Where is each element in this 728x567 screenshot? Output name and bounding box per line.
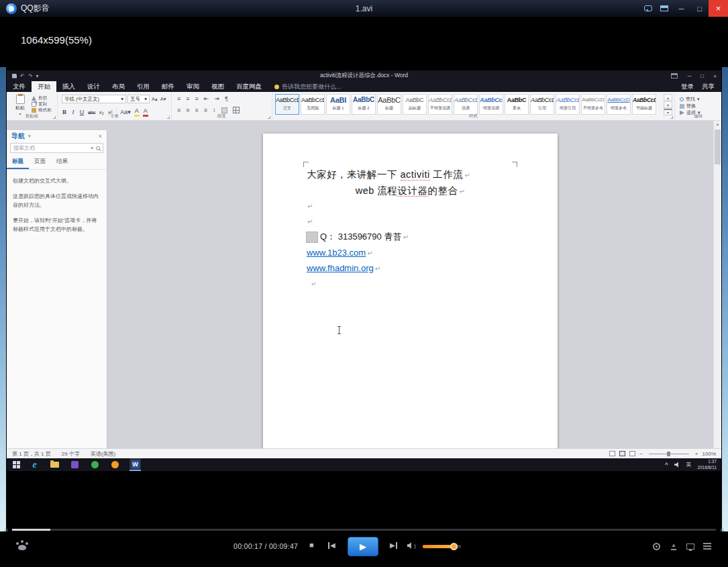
style-sample: AaBbCcD (633, 96, 656, 104)
word-count: 29 个字 (62, 450, 80, 458)
style-card: AaBbCcD引用 (530, 94, 554, 115)
shrink-font-icon: A▾ (160, 96, 166, 102)
word-window-buttons: ─ □ × (671, 73, 721, 79)
seek-slider[interactable] (12, 529, 716, 531)
pilcrow-mark: ↵ (311, 280, 317, 287)
style-card: AaBbC副标题 (403, 94, 427, 115)
clipboard-group-label: 剪贴板 (7, 113, 57, 119)
mute-button[interactable]: ) (407, 542, 416, 549)
word-maximize-glyph: □ (696, 73, 709, 79)
justify-icon: ≡ (204, 107, 207, 113)
style-sample: AaBbCcD (556, 96, 579, 104)
style-label: 不明显强调 (429, 105, 452, 111)
style-card: AaBbCcD强调 (454, 94, 478, 115)
nav-help-text: 创建文档的交互式大纲。 (13, 177, 101, 185)
previous-button[interactable]: ◀ (328, 542, 335, 549)
eject-icon: ▲ (671, 543, 676, 550)
playback-time-display: 00:00:17 / 00:09:47 (233, 542, 298, 550)
pilcrow-mark: ↵ (307, 218, 313, 225)
ribbon-display-options-icon (671, 73, 678, 79)
tab-home: 开始 (32, 81, 56, 92)
font-name-value: 等线 (中文正文) (64, 96, 99, 103)
scrollbar-up-icon: ▲ (714, 121, 721, 128)
cut-label: 剪切 (38, 95, 47, 101)
doc-line1-spellcheck-word: activiti (401, 169, 430, 181)
nav-tab-headings: 标题 (7, 156, 29, 169)
document-search-box: ▾ (10, 143, 103, 153)
play-button[interactable]: ▶ (348, 537, 378, 556)
style-card: AaBbCcD不明显强调 (428, 94, 452, 115)
volume-knob[interactable] (450, 543, 458, 550)
video-surface[interactable]: activiti流程设计器综合.docx - Word ↶ ↷ ▾ ─ □ × … (7, 70, 721, 471)
speaker-wave-icon: ) (414, 543, 416, 549)
taskbar-system-tray: ^ 英 1:37 2016/8/11 (665, 459, 717, 470)
seek-forward-button[interactable]: » (716, 527, 728, 533)
style-label: 书籍标题 (633, 105, 656, 111)
settings-tools-button[interactable] (650, 540, 662, 552)
gear-icon (653, 543, 660, 550)
copy-icon (32, 102, 36, 107)
qq-player-paw-icon[interactable] (16, 540, 28, 552)
style-label: 不明显参考 (582, 105, 605, 111)
seek-bar-row: « » (0, 527, 728, 533)
tab-layout: 布局 (106, 81, 131, 92)
paragraph-row1: ≡ ≡ ≡ ⇤ ⇥ ¶ (177, 95, 228, 102)
hyperlink-text: www.1b23.com (307, 248, 366, 258)
clock-date: 2016/8/11 (698, 465, 717, 470)
word-status-bar: 第 1 页，共 1 页 29 个字 英语(美国) − + 100% (7, 448, 721, 458)
increase-indent-icon: ⇥ (214, 95, 219, 102)
style-label: 明显参考 (607, 105, 630, 111)
inline-image-placeholder (306, 231, 318, 243)
style-card: AaBbCcD无间隔 (301, 94, 325, 115)
document-scrollbar: ▲ (713, 121, 721, 448)
tab-file: 文件 (7, 81, 32, 92)
word-window-in-video: activiti流程设计器综合.docx - Word ↶ ↷ ▾ ─ □ × … (7, 70, 721, 458)
word-minimize-glyph: ─ (683, 73, 696, 79)
volume-slider[interactable] (423, 545, 461, 548)
style-card: AaBbC标题 (377, 94, 401, 115)
playlist-button[interactable] (701, 540, 713, 552)
clipboard-dialog-launcher-icon (53, 116, 56, 119)
find-label: 查找 (686, 96, 695, 103)
share-label: 共享 (702, 83, 715, 91)
clipboard-group: 粘贴 ▾ 剪切 复制 格式刷 剪贴板 (7, 92, 58, 120)
styles-dialog-launcher-icon (670, 116, 673, 119)
print-layout-icon (619, 451, 625, 456)
navigation-tabs: 标题 页面 结果 (7, 156, 107, 170)
skin-settings-icon[interactable] (656, 0, 672, 17)
desktop-wallpaper-left-edge (0, 67, 6, 531)
close-button[interactable]: × (709, 0, 728, 17)
doc-hyperlink-1: www.1b23.com↵ (307, 248, 373, 258)
margin-crop-mark (512, 162, 517, 167)
line-spacing-icon: ↕ (213, 107, 216, 113)
screen-mode-button[interactable] (684, 540, 696, 552)
editing-group: 查找▾ 替换 选择▾ 编辑 (675, 92, 721, 120)
doc-line2-text: web 流程 (356, 185, 398, 196)
pilcrow-mark: ↵ (459, 188, 465, 195)
open-file-button[interactable]: ▲ (668, 540, 680, 552)
ribbon-right-actions: 登录 共享 (681, 81, 715, 92)
seek-backward-button[interactable]: « (0, 527, 12, 533)
minimize-button[interactable]: ─ (672, 0, 690, 17)
align-center-icon: ≡ (186, 107, 189, 113)
stop-button[interactable]: ■ (309, 541, 314, 549)
paste-icon (16, 95, 25, 104)
next-button[interactable]: ▶ (390, 542, 397, 549)
font-size-tools: A▴ A▾ (152, 96, 166, 102)
feedback-bubble-icon[interactable] (640, 0, 656, 17)
nav-help-text: 这是跟踪您的具体位置或快速移动内容的好方法。 (13, 193, 101, 209)
input-language-indicator: 英 (686, 461, 692, 468)
style-card: AaBbCcD正文 (275, 94, 299, 115)
grow-font-icon: A▴ (152, 96, 158, 102)
style-sample: AaBbC (352, 96, 375, 104)
paragraph-group-label: 段落 (172, 113, 272, 119)
maximize-button[interactable]: □ (690, 0, 709, 17)
font-name-combo: 等线 (中文正文) ▾ (62, 95, 126, 103)
clipboard-mini-buttons: 剪切 复制 格式刷 (32, 95, 52, 113)
cut-icon (32, 96, 36, 101)
doc-line2-spellcheck-word: 设计器 (397, 185, 427, 197)
read-mode-icon (609, 451, 615, 456)
zoom-in-icon: + (695, 451, 698, 457)
player-window-controls: ─ □ × (640, 0, 728, 17)
paragraph-row2: ≡ ≡ ≡ ≡ ↕ (177, 107, 240, 113)
